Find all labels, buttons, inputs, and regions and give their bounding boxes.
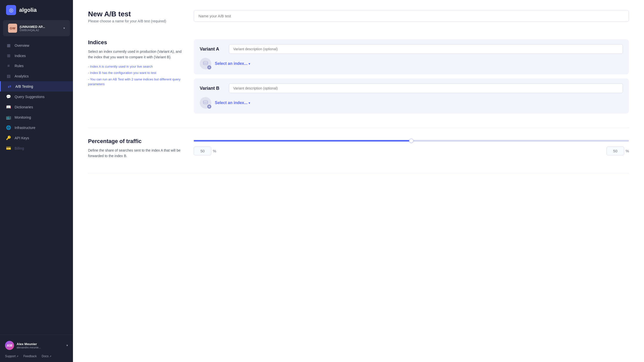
sidebar-item-label: API Keys xyxy=(15,136,29,140)
variant-b-select-text: Select an index... ▾ xyxy=(215,101,250,105)
svg-point-0 xyxy=(203,61,208,63)
indices-icon: ⊞ xyxy=(6,53,11,58)
variant-b-card: Variant B B Select an index... xyxy=(194,78,629,114)
ab-test-name-input[interactable] xyxy=(194,10,629,22)
user-info: Alex Meunier alexandre.meunie... xyxy=(17,342,64,349)
indices-note-1: - Index A is currently used in your live… xyxy=(88,64,184,69)
traffic-section: Percentage of traffic Define the share o… xyxy=(88,138,629,173)
variant-a-header: Variant A xyxy=(200,44,623,54)
sidebar-item-api-keys[interactable]: 🔑 API Keys xyxy=(0,133,73,143)
sidebar-item-query-suggestions[interactable]: 💬 Query Suggestions xyxy=(0,92,73,102)
traffic-value-b: % xyxy=(607,147,629,155)
variant-a-description-input[interactable] xyxy=(229,44,623,54)
traffic-slider-wrap xyxy=(194,138,629,143)
variants-container: Variant A A Select an index... xyxy=(194,39,629,118)
infrastructure-icon: 🌐 xyxy=(6,125,11,130)
analytics-icon: ▤ xyxy=(6,74,11,78)
indices-note-2: - Index B has the configuration you want… xyxy=(88,70,184,75)
user-email: alexandre.meunie... xyxy=(17,346,64,349)
account-chevron-icon: ▾ xyxy=(63,26,65,30)
sidebar-item-label: Dictionaries xyxy=(15,105,33,109)
user-profile[interactable]: AM Alex Meunier alexandre.meunie... ▾ xyxy=(5,339,68,352)
rules-icon: ≡ xyxy=(6,64,11,68)
account-id: GWBUHQALA2 xyxy=(20,29,61,32)
traffic-values: % % xyxy=(194,147,629,155)
traffic-controls: % % xyxy=(194,138,629,163)
svg-point-1 xyxy=(203,101,208,102)
overview-icon: ▦ xyxy=(6,43,11,48)
user-chevron-icon: ▾ xyxy=(66,344,68,347)
sidebar-item-billing[interactable]: 💳 Billing xyxy=(0,143,73,153)
account-name: (UNNAMED AP... xyxy=(20,25,61,29)
billing-icon: 💳 xyxy=(6,146,11,151)
indices-title: Indices xyxy=(88,39,184,46)
variant-b-description-input[interactable] xyxy=(229,83,623,93)
sidebar-item-ab-testing[interactable]: ⇄ A/B Testing xyxy=(0,81,73,92)
sidebar-item-label: Query Suggestions xyxy=(15,95,45,99)
variant-a-select-text: Select an index... ▾ xyxy=(215,61,250,66)
indices-description: Indices Select an index currently used i… xyxy=(88,39,184,118)
account-info: (UNNAMED AP... GWBUHQALA2 xyxy=(20,25,61,32)
footer-links: Support ↗ Feedback Docs ↗ xyxy=(5,352,68,358)
support-link[interactable]: Support ↗ xyxy=(5,354,18,358)
traffic-title: Percentage of traffic xyxy=(88,138,184,145)
user-name: Alex Meunier xyxy=(17,342,64,346)
traffic-input-b[interactable] xyxy=(607,147,624,155)
sidebar-item-label: Overview xyxy=(15,43,29,48)
variant-a-chevron-icon: ▾ xyxy=(249,62,250,66)
sidebar-item-infrastructure[interactable]: 🌐 Infrastructure xyxy=(0,122,73,133)
nav-menu: ▦ Overview ⊞ Indices ≡ Rules ▤ Analytics… xyxy=(0,38,73,335)
variant-a-label: Variant A xyxy=(200,47,225,52)
traffic-desc: Define the share of searches sent to the… xyxy=(88,148,184,159)
ab-testing-icon: ⇄ xyxy=(7,84,12,89)
variant-b-badge: B xyxy=(207,105,211,109)
sidebar-item-indices[interactable]: ⊞ Indices xyxy=(0,51,73,61)
sidebar-item-overview[interactable]: ▦ Overview xyxy=(0,40,73,51)
traffic-pct-b: % xyxy=(626,149,629,153)
sidebar-item-dictionaries[interactable]: 📖 Dictionaries xyxy=(0,102,73,112)
sidebar-item-label: Infrastructure xyxy=(15,126,35,130)
variant-b-chevron-icon: ▾ xyxy=(249,101,250,105)
account-switcher[interactable]: GW (UNNAMED AP... GWBUHQALA2 ▾ xyxy=(3,20,70,36)
indices-note-3: - You can run an AB Test with 2 same ind… xyxy=(88,77,184,87)
sidebar-item-label: Rules xyxy=(15,64,24,68)
variant-a-card: Variant A A Select an index... xyxy=(194,39,629,74)
header-section: New A/B test Please choose a name for yo… xyxy=(88,10,629,31)
sidebar-item-label: Billing xyxy=(15,146,24,150)
variant-a-index-icon: A xyxy=(200,58,211,69)
variant-a-badge: A xyxy=(207,65,211,69)
variant-b-index-select[interactable]: B Select an index... ▾ xyxy=(200,97,623,109)
page-title: New A/B test xyxy=(88,10,184,18)
sidebar-item-label: Monitoring xyxy=(15,115,31,119)
sidebar: ◎ algolia GW (UNNAMED AP... GWBUHQALA2 ▾… xyxy=(0,0,73,362)
indices-desc: Select an index currently used in produc… xyxy=(88,49,184,60)
page-subtitle: Please choose a name for your A/B test (… xyxy=(88,19,184,23)
docs-link[interactable]: Docs ↗ xyxy=(42,354,51,358)
account-avatar: GW xyxy=(8,24,17,33)
sidebar-footer: AM Alex Meunier alexandre.meunie... ▾ Su… xyxy=(0,335,73,362)
sidebar-item-monitoring[interactable]: 📺 Monitoring xyxy=(0,112,73,122)
indices-section: Indices Select an index currently used i… xyxy=(88,39,629,128)
sidebar-item-rules[interactable]: ≡ Rules xyxy=(0,61,73,71)
sidebar-item-label: Analytics xyxy=(15,74,29,78)
external-link-icon: ↗ xyxy=(16,355,18,358)
traffic-input-a[interactable] xyxy=(194,147,211,155)
external-link-icon: ↗ xyxy=(49,355,51,358)
logo-icon: ◎ xyxy=(6,5,16,15)
traffic-pct-a: % xyxy=(213,149,216,153)
logo-text: algolia xyxy=(19,7,37,13)
variant-b-header: Variant B xyxy=(200,83,623,93)
sidebar-item-analytics[interactable]: ▤ Analytics xyxy=(0,71,73,81)
main-content: New A/B test Please choose a name for yo… xyxy=(73,0,644,362)
logo: ◎ algolia xyxy=(0,0,73,20)
indices-notes: - Index A is currently used in your live… xyxy=(88,64,184,87)
sidebar-item-label: A/B Testing xyxy=(15,84,33,88)
user-avatar: AM xyxy=(5,341,14,350)
dictionaries-icon: 📖 xyxy=(6,105,11,109)
query-suggestions-icon: 💬 xyxy=(6,94,11,99)
feedback-link[interactable]: Feedback xyxy=(23,354,37,358)
variant-a-index-select[interactable]: A Select an index... ▾ xyxy=(200,58,623,69)
variant-b-label: Variant B xyxy=(200,86,225,91)
traffic-slider[interactable] xyxy=(194,140,629,142)
sidebar-item-label: Indices xyxy=(15,54,26,58)
